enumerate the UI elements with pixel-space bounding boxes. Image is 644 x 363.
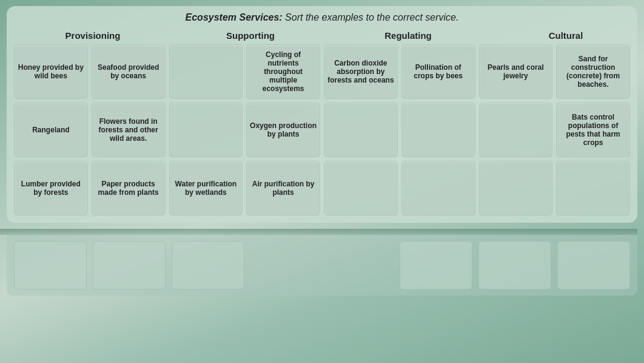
title-italic: Sort the examples to the correct service… [285, 12, 458, 22]
card-2-4[interactable]: Oxygen production by plants [246, 103, 320, 157]
tray-card-4[interactable] [400, 241, 472, 290]
card-3-4[interactable]: Air purification by plants [246, 161, 320, 215]
card-2-3[interactable] [169, 103, 243, 157]
card-2-5[interactable] [324, 103, 398, 157]
main-container: Ecosystem Services: Sort the examples to… [7, 6, 637, 223]
grid-row-1: Honey provided by wild bees Seafood prov… [14, 44, 630, 99]
cat-header-regulating: Regulating [329, 29, 487, 42]
card-3-7[interactable] [479, 161, 553, 215]
card-1-8[interactable]: Sand for construction (concrete) from be… [556, 44, 630, 99]
card-1-3[interactable] [169, 44, 243, 99]
card-3-2[interactable]: Paper products made from plants [92, 161, 166, 215]
card-2-2[interactable]: Flowers found in forests and other wild … [92, 103, 166, 157]
card-3-1[interactable]: Lumber provided by forests [14, 161, 88, 215]
title-bold: Ecosystem Services: [186, 12, 283, 22]
category-headers: Provisioning Supporting Regulating Cultu… [14, 29, 630, 42]
card-1-5[interactable]: Carbon dioxide absorption by forests and… [324, 44, 398, 99]
cat-header-supporting: Supporting [172, 29, 329, 42]
card-3-3[interactable]: Water purification by wetlands [169, 161, 243, 215]
cat-header-cultural: Cultural [487, 29, 644, 42]
card-1-4[interactable]: Cycling of nutrients throughout multiple… [246, 44, 320, 99]
card-1-6[interactable]: Pollination of crops by bees [401, 44, 475, 99]
card-2-7[interactable] [479, 103, 553, 157]
card-3-5[interactable] [324, 161, 398, 215]
grid-rows: Honey provided by wild bees Seafood prov… [14, 44, 630, 215]
grid-row-3: Lumber provided by forests Paper product… [14, 161, 630, 215]
card-2-1[interactable]: Rangeland [14, 103, 88, 157]
section-divider [0, 229, 637, 235]
card-1-2[interactable]: Seafood provided by oceans [92, 44, 166, 99]
grid-row-2: Rangeland Flowers found in forests and o… [14, 103, 630, 157]
card-3-8[interactable] [556, 161, 630, 215]
card-1-7[interactable]: Pearls and coral jewelry [479, 44, 553, 99]
tray-card-6[interactable] [557, 241, 630, 290]
card-3-6[interactable] [401, 161, 475, 215]
card-2-6[interactable] [401, 103, 475, 157]
tray-card-3[interactable] [172, 241, 244, 290]
cat-header-provisioning: Provisioning [14, 29, 172, 42]
tray-card-1[interactable] [14, 241, 87, 290]
card-1-1[interactable]: Honey provided by wild bees [14, 44, 88, 99]
tray-card-5[interactable] [478, 241, 551, 290]
page-title: Ecosystem Services: Sort the examples to… [14, 12, 630, 23]
bottom-tray [7, 235, 637, 296]
tray-card-2[interactable] [93, 241, 166, 290]
card-2-8[interactable]: Bats control populations of pests that h… [556, 103, 630, 157]
